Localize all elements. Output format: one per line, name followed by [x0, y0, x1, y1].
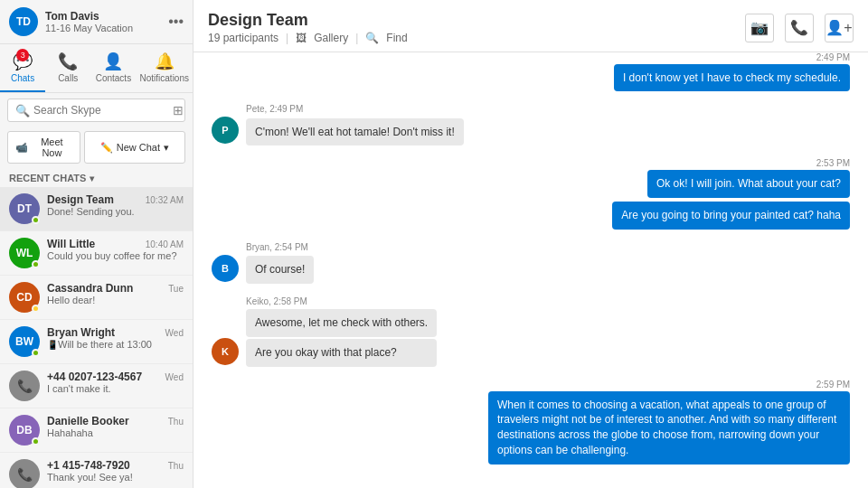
avatar: TD: [9, 7, 38, 36]
chat-name: Danielle Booker: [47, 415, 129, 427]
chat-preview: Hello dear!: [47, 295, 184, 305]
calls-icon: 📞: [58, 52, 78, 71]
chat-avatar: 📞: [9, 459, 40, 488]
message-row: Ok ok! I will join. What about your cat?: [212, 170, 850, 198]
chat-time: 10:40 AM: [146, 239, 184, 249]
chat-list-item[interactable]: 📞 +44 0207-123-4567 Wed I can't make it.: [0, 364, 193, 408]
sidebar: TD Tom Davis 11-16 May Vacation ••• 💬 3 …: [0, 0, 193, 488]
profile-status: 11-16 May Vacation: [45, 23, 168, 33]
chat-name: Design Team: [47, 193, 114, 206]
contacts-icon: 👤: [103, 52, 123, 71]
message-time: 2:53 PM: [212, 158, 850, 168]
status-dot: [32, 216, 40, 224]
message-bubble: Ok ok! I will join. What about your cat?: [647, 170, 850, 198]
chat-time: 10:32 AM: [146, 195, 184, 205]
tab-notifications-label: Notifications: [140, 73, 189, 83]
recent-chats-header[interactable]: RECENT CHATS ▾: [0, 167, 193, 187]
chat-meta: 19 participants | 🖼 Gallery | 🔍 Find: [208, 30, 745, 44]
chat-name: Will Little: [47, 238, 95, 250]
chat-avatar: DB: [9, 415, 40, 446]
divider2: |: [355, 32, 358, 44]
camera-icon: 📹: [15, 142, 28, 154]
chat-preview: 📱Will be there at 13:00: [47, 339, 184, 350]
status-dot: [32, 260, 40, 268]
message-bubble: Are you okay with that place?: [246, 339, 437, 367]
message-stack: I don't know yet I have to check my sche…: [212, 64, 850, 94]
chat-item-header: Bryan Wright Wed: [47, 326, 184, 339]
message-avatar: K: [212, 338, 239, 365]
message-group: 2:49 PMI don't know yet I have to check …: [212, 52, 850, 93]
chat-time: Thu: [168, 417, 184, 427]
chat-time: Wed: [165, 328, 184, 338]
chat-content: Bryan Wright Wed 📱Will be there at 13:00: [47, 326, 184, 350]
tab-contacts[interactable]: 👤 Contacts: [90, 44, 136, 92]
chevron-icon: ▾: [90, 174, 94, 183]
chat-name: +44 0207-123-4567: [47, 371, 142, 383]
participants-count: 19 participants: [208, 32, 278, 44]
profile-name: Tom Davis: [45, 10, 168, 23]
message-row: I don't know yet I have to check my sche…: [212, 64, 850, 92]
tab-chats[interactable]: 💬 3 Chats: [0, 44, 45, 92]
message-row: PC'mon! We'll eat hot tamale! Don't miss…: [212, 117, 850, 145]
chat-content: +1 415-748-7920 Thu Thank you! See ya!: [47, 459, 184, 483]
audio-call-button[interactable]: 📞: [785, 14, 814, 42]
find-label[interactable]: Find: [386, 32, 407, 44]
grid-icon[interactable]: ⊞: [173, 103, 184, 117]
message-group: Pete, 2:49 PMPC'mon! We'll eat hot tamal…: [212, 104, 850, 147]
message-group: Keiko, 2:58 PMKAwesome, let me check wit…: [212, 296, 850, 369]
message-bubble: I don't know yet I have to check my sche…: [614, 64, 850, 92]
tab-calls[interactable]: 📞 Calls: [45, 44, 90, 92]
add-person-button[interactable]: 👤+: [825, 14, 854, 42]
search-bar: 🔍 ⊞: [7, 99, 185, 122]
video-call-button[interactable]: 📷: [745, 14, 774, 42]
message-stack: Ok ok! I will join. What about your cat?…: [212, 170, 850, 231]
search-icon: 🔍: [15, 104, 30, 117]
chat-list-item[interactable]: WL Will Little 10:40 AM Could you buy co…: [0, 231, 193, 276]
status-dot: [32, 437, 40, 446]
chat-list-item[interactable]: CD Cassandra Dunn Tue Hello dear!: [0, 276, 193, 320]
main-content: Design Team 19 participants | 🖼 Gallery …: [193, 0, 868, 488]
new-chat-button[interactable]: ✏️ New Chat ▾: [84, 131, 185, 164]
chat-time: Wed: [165, 372, 184, 382]
chat-list: DT Design Team 10:32 AM Done! Sending yo…: [0, 187, 193, 488]
chat-list-item[interactable]: DB Danielle Booker Thu Hahahaha: [0, 408, 193, 453]
chat-title: Design Team: [208, 11, 745, 30]
profile-bar: TD Tom Davis 11-16 May Vacation •••: [0, 0, 193, 44]
chat-avatar: DT: [9, 193, 40, 224]
message-row: BOf course!: [212, 255, 850, 284]
tab-chats-label: Chats: [11, 73, 34, 83]
search-input[interactable]: [33, 104, 169, 117]
status-dot: [32, 305, 40, 313]
chat-time: Tue: [168, 284, 184, 294]
chat-preview: Could you buy coffee for me?: [47, 250, 184, 261]
chat-list-item[interactable]: 📞 +1 415-748-7920 Thu Thank you! See ya!: [0, 453, 193, 488]
notifications-icon: 🔔: [155, 52, 175, 71]
gallery-label[interactable]: Gallery: [314, 32, 348, 44]
tab-calls-label: Calls: [58, 73, 78, 83]
chat-preview: I can't make it.: [47, 383, 184, 394]
chat-item-header: Design Team 10:32 AM: [47, 193, 184, 206]
chat-time: Thu: [168, 461, 184, 471]
chat-list-item[interactable]: BW Bryan Wright Wed 📱Will be there at 13…: [0, 320, 193, 364]
tab-contacts-label: Contacts: [96, 73, 131, 83]
message-time: 2:49 PM: [212, 52, 850, 62]
video-icon: 📷: [750, 19, 769, 36]
message-sender-time: Bryan, 2:54 PM: [212, 242, 850, 252]
chat-item-header: +1 415-748-7920 Thu: [47, 459, 184, 472]
message-stack: When it comes to choosing a vacation, wh…: [212, 391, 850, 466]
tab-notifications[interactable]: 🔔 Notifications: [137, 44, 193, 92]
chat-content: Design Team 10:32 AM Done! Sending you.: [47, 193, 184, 217]
message-bubble: Awesome, let me check with others.: [246, 309, 437, 337]
meet-now-button[interactable]: 📹 Meet Now: [7, 131, 80, 164]
chat-list-item[interactable]: DT Design Team 10:32 AM Done! Sending yo…: [0, 187, 193, 231]
message-time: 2:59 PM: [212, 380, 850, 389]
chat-name: Cassandra Dunn: [47, 282, 133, 295]
profile-menu-button[interactable]: •••: [168, 14, 184, 30]
messages-area: Keiko, 2:48 PMKI'm great!! Getting ready…: [193, 52, 868, 488]
chat-header: Design Team 19 participants | 🖼 Gallery …: [193, 0, 868, 52]
nav-tabs: 💬 3 Chats 📞 Calls 👤 Contacts 🔔 Notificat…: [0, 44, 193, 93]
chat-avatar: WL: [9, 238, 40, 268]
message-group: Bryan, 2:54 PMBOf course!: [212, 242, 850, 286]
header-actions: 📷 📞 👤+: [745, 14, 854, 42]
chat-content: Cassandra Dunn Tue Hello dear!: [47, 282, 184, 305]
